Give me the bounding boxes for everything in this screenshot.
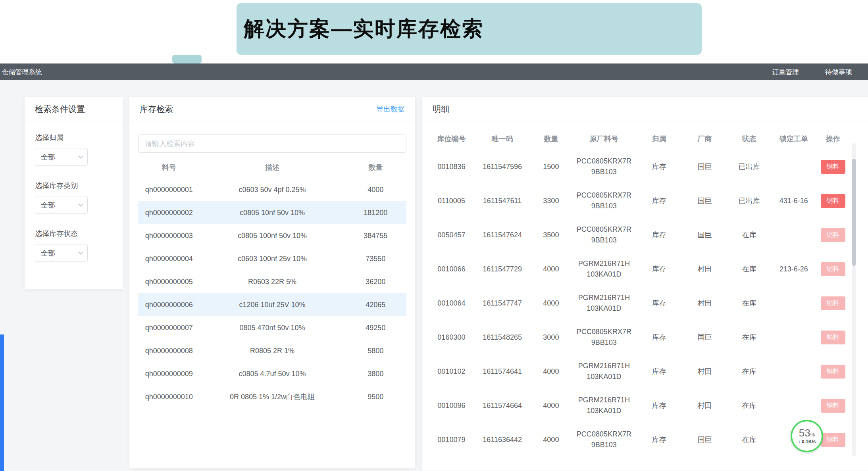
inventory-row[interactable]: qh00000000100R 0805 1% 1/2w白色电阻9500: [138, 385, 406, 408]
detail-cell-mpn: PCC0805KRX7R9BB103: [573, 327, 635, 348]
inventory-table-header: 料号 描述 数量: [138, 157, 406, 178]
filter-group-owner: 选择归属 全部: [35, 133, 112, 166]
export-data-link[interactable]: 导出数据: [376, 104, 405, 114]
inventory-row[interactable]: qh0000000006c1206 10uf 25V 10%42065: [138, 293, 406, 316]
slide-title-banner: 解决方案—实时库存检索: [237, 3, 702, 55]
inventory-cell-desc: c0805 4.7uf 50v 10%: [200, 370, 345, 378]
detail-cell-owner: 库存: [635, 230, 683, 240]
filter-panel-body: 选择归属 全部 选择库存类别 全部 选择库存状态 全部: [25, 121, 123, 289]
detail-cell-qty: 4000: [529, 400, 573, 411]
detail-cell-location: 0160300: [427, 332, 476, 343]
inventory-row[interactable]: qh0000000001c0603 50v 4pf 0.25%4000: [138, 178, 406, 201]
detail-row: 001006416115477474000PGRM216R71H103KA01D…: [427, 286, 851, 320]
nav-link-todo-items[interactable]: 待做事项: [825, 67, 852, 77]
owner-select-value: 全部: [41, 152, 55, 162]
detail-cell-vendor: 村田: [683, 298, 726, 309]
sell-material-button[interactable]: 销料: [821, 365, 845, 379]
inventory-row[interactable]: qh0000000005R0603 22R 5%36200: [138, 270, 406, 293]
inventory-cell-qty: 73550: [345, 255, 406, 263]
detail-cell-status: 已出库: [726, 161, 772, 172]
category-select-value: 全部: [41, 200, 55, 210]
nav-link-order-management[interactable]: 订单管理: [772, 67, 799, 77]
inventory-row[interactable]: qh0000000009c0805 4.7uf 50v 10%3800: [138, 362, 406, 385]
detail-cell-order: 431-6-16: [772, 196, 815, 206]
detail-scrollbar-track[interactable]: [852, 143, 856, 456]
detail-cell-uid: 1611547596: [476, 161, 529, 172]
detail-cell-action: 销料: [815, 331, 851, 344]
detail-cell-location: 0010836: [427, 161, 476, 172]
column-header-action: 操作: [815, 134, 851, 144]
inventory-table-body: qh0000000001c0603 50v 4pf 0.25%4000qh000…: [138, 178, 406, 408]
detail-cell-location: 0010096: [427, 400, 476, 411]
detail-cell-location: 0110005: [427, 196, 476, 206]
sell-material-button[interactable]: 销料: [821, 331, 845, 344]
detail-cell-status: 在库: [726, 230, 772, 240]
inventory-cell-qty: 384755: [345, 232, 406, 240]
sell-material-button[interactable]: 销料: [821, 262, 845, 276]
nav-links: 订单管理 待做事项: [772, 67, 852, 77]
inventory-cell-part: qh0000000009: [138, 370, 200, 378]
inventory-cell-qty: 49250: [345, 324, 406, 332]
inventory-row[interactable]: qh0000000003c0805 100nf 50v 10%384755: [138, 224, 406, 247]
filter-panel-header: 检索条件设置: [25, 97, 123, 121]
inventory-row[interactable]: qh00000000070805 470nf 50v 10%49250: [138, 316, 406, 339]
inventory-row[interactable]: qh0000000002c0805 10nf 50v 10%181200: [138, 201, 406, 224]
column-header-desc: 描述: [200, 163, 345, 172]
detail-cell-mpn: PCC0805KRX7R9BB103: [573, 429, 635, 450]
status-select[interactable]: 全部: [35, 244, 88, 262]
category-select[interactable]: 全部: [35, 196, 88, 214]
detail-cell-owner: 库存: [635, 161, 683, 172]
inventory-table: 料号 描述 数量 qh0000000001c0603 50v 4pf 0.25%…: [129, 157, 415, 408]
inventory-cell-desc: 0R 0805 1% 1/2w白色电阻: [200, 392, 345, 402]
detail-row: 005045716115476243500PCC0805KRX7R9BB103库…: [427, 218, 851, 252]
detail-cell-status: 在库: [726, 298, 772, 309]
column-header-uid: 唯一码: [476, 134, 529, 144]
detail-cell-location: 0010064: [427, 298, 476, 309]
detail-panel-header: 明细: [422, 97, 868, 121]
detail-scrollbar-thumb[interactable]: [852, 159, 856, 266]
page-title: 解决方案—实时库存检索: [244, 15, 484, 43]
sell-material-button[interactable]: 销料: [821, 296, 845, 310]
sell-material-button[interactable]: 销料: [821, 228, 845, 242]
inventory-row[interactable]: qh0000000008R0805 2R 1%5800: [138, 339, 406, 362]
detail-cell-status: 在库: [726, 366, 772, 377]
detail-cell-qty: 1500: [529, 161, 573, 172]
inventory-cell-desc: c0805 10nf 50v 10%: [200, 209, 345, 217]
search-input[interactable]: [138, 135, 406, 153]
detail-cell-owner: 库存: [635, 332, 683, 343]
inventory-row[interactable]: qh0000000004c0603 100nf 25v 10%73550: [138, 247, 406, 270]
detail-cell-owner: 库存: [635, 400, 683, 411]
detail-cell-location: 0050457: [427, 230, 476, 240]
detail-cell-location: 0010066: [427, 264, 476, 275]
network-speed-widget[interactable]: 53% ↓ 0.1K/s: [791, 420, 823, 452]
detail-panel: 明细 库位编号 唯一码 数量 原厂料号 归属 厂商 状态 锁定工单 操作 001…: [422, 97, 868, 471]
inventory-cell-part: qh0000000001: [138, 186, 200, 194]
owner-select[interactable]: 全部: [35, 148, 88, 166]
speed-percent: 53%: [799, 428, 815, 438]
detail-cell-status: 已出库: [726, 196, 772, 206]
inventory-cell-qty: 36200: [345, 278, 406, 286]
inventory-cell-desc: R0805 2R 1%: [200, 347, 345, 355]
detail-cell-action: 销料: [815, 194, 851, 208]
detail-cell-vendor: 国巨: [683, 332, 726, 343]
inventory-cell-qty: 181200: [345, 209, 406, 217]
detail-cell-qty: 4000: [529, 366, 573, 377]
detail-cell-qty: 4000: [529, 434, 573, 445]
column-header-mpn: 原厂料号: [573, 134, 635, 144]
inventory-panel-header: 库存检索 导出数据: [129, 97, 415, 121]
inventory-panel: 库存检索 导出数据 料号 描述 数量 qh0000000001c0603 50v…: [129, 97, 416, 468]
status-select-value: 全部: [41, 248, 55, 258]
sell-material-button[interactable]: 销料: [821, 399, 845, 413]
inventory-cell-desc: c0603 50v 4pf 0.25%: [200, 186, 345, 194]
column-header-order: 锁定工单: [772, 134, 815, 144]
inventory-cell-part: qh0000000004: [138, 255, 200, 263]
detail-cell-status: 在库: [726, 332, 772, 343]
detail-cell-action: 销料: [815, 228, 851, 242]
sell-material-button[interactable]: 销料: [821, 433, 845, 447]
detail-cell-mpn: PGRM216R71H103KA01D: [573, 395, 635, 416]
column-header-part: 料号: [138, 163, 200, 172]
sell-material-button[interactable]: 销料: [821, 194, 845, 208]
detail-cell-status: 在库: [726, 434, 772, 445]
sell-material-button[interactable]: 销料: [821, 160, 845, 174]
inventory-cell-qty: 42065: [345, 301, 406, 309]
